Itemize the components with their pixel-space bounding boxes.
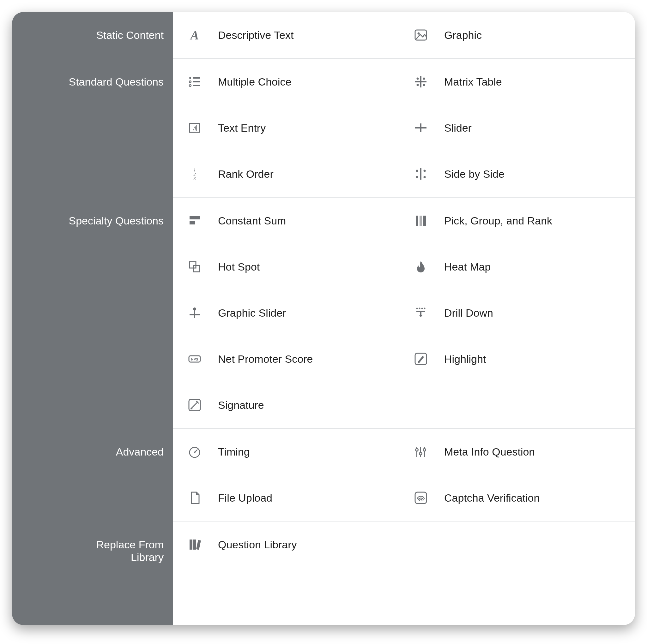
bars-horizontal-icon: [186, 212, 204, 230]
question-type-meta_info[interactable]: Meta Info Question: [406, 429, 629, 475]
category-sidebar: Static ContentStandard QuestionsSpecialt…: [12, 12, 173, 625]
category-label-specialty[interactable]: Specialty Questions: [69, 214, 164, 227]
file-icon: [186, 489, 204, 507]
drill-down-icon: [412, 304, 430, 322]
category-label-standard[interactable]: Standard Questions: [69, 75, 164, 88]
text-cursor-icon: [186, 119, 204, 137]
numbered-list-icon: [186, 165, 204, 183]
question-type-graphic[interactable]: Graphic: [406, 12, 629, 58]
question-type-label: Highlight: [444, 353, 486, 365]
question-type-graphic_slider[interactable]: Graphic Slider: [179, 290, 403, 336]
section-static: Descriptive TextGraphic: [173, 12, 635, 59]
question-type-label: Matrix Table: [444, 76, 502, 88]
question-type-label: Rank Order: [218, 168, 274, 180]
question-type-captcha[interactable]: Captcha Verification: [406, 475, 629, 521]
question-type-list: Descriptive TextGraphicMultiple ChoiceMa…: [173, 12, 635, 625]
question-type-rank_order[interactable]: Rank Order: [179, 151, 403, 197]
question-type-label: Slider: [444, 122, 472, 134]
flame-icon: [412, 258, 430, 275]
question-type-label: Text Entry: [218, 122, 266, 134]
category-label-advanced[interactable]: Advanced: [116, 446, 164, 458]
question-type-drill_down[interactable]: Drill Down: [406, 290, 629, 336]
books-icon: [186, 536, 204, 553]
section-advanced: TimingMeta Info QuestionFile UploadCaptc…: [173, 429, 635, 521]
sliders-vertical-icon: [412, 443, 430, 461]
columns-icon: [412, 212, 430, 230]
section-library: Question Library: [173, 521, 635, 568]
question-type-label: File Upload: [218, 492, 272, 504]
question-type-label: Graphic Slider: [218, 307, 286, 319]
question-type-label: Side by Side: [444, 168, 505, 180]
overlap-squares-icon: [186, 258, 204, 275]
question-type-label: Pick, Group, and Rank: [444, 215, 552, 227]
question-type-label: Question Library: [218, 539, 297, 551]
question-type-label: Meta Info Question: [444, 446, 535, 458]
question-type-heat_map[interactable]: Heat Map: [406, 244, 629, 290]
question-type-timing[interactable]: Timing: [179, 429, 403, 475]
question-type-matrix[interactable]: Matrix Table: [406, 59, 629, 105]
letter-a-icon: [186, 26, 204, 44]
graphic-slider-icon: [186, 304, 204, 322]
question-type-descriptive[interactable]: Descriptive Text: [179, 12, 403, 58]
section-standard: Multiple ChoiceMatrix TableText EntrySli…: [173, 59, 635, 197]
question-type-nps[interactable]: Net Promoter Score: [179, 336, 403, 382]
question-type-text_entry[interactable]: Text Entry: [179, 105, 403, 151]
category-label-library[interactable]: Replace From Library: [96, 538, 164, 564]
section-specialty: Constant SumPick, Group, and RankHot Spo…: [173, 197, 635, 429]
signature-icon: [186, 396, 204, 414]
question-type-pick_group_rank[interactable]: Pick, Group, and Rank: [406, 197, 629, 244]
question-type-highlight[interactable]: Highlight: [406, 336, 629, 382]
question-type-multiple_choice[interactable]: Multiple Choice: [179, 59, 403, 105]
slider-handle-icon: [412, 119, 430, 137]
question-type-constant_sum[interactable]: Constant Sum: [179, 197, 403, 244]
question-type-hot_spot[interactable]: Hot Spot: [179, 244, 403, 290]
question-type-label: Net Promoter Score: [218, 353, 313, 365]
fingerprint-icon: [412, 489, 430, 507]
question-type-label: Graphic: [444, 29, 482, 42]
side-by-side-icon: [412, 165, 430, 183]
question-type-label: Descriptive Text: [218, 29, 293, 42]
question-type-file_upload[interactable]: File Upload: [179, 475, 403, 521]
question-type-label: Captcha Verification: [444, 492, 540, 504]
question-type-label: Heat Map: [444, 261, 491, 273]
question-type-label: Timing: [218, 446, 250, 458]
question-type-signature[interactable]: Signature: [179, 382, 403, 428]
question-type-slider[interactable]: Slider: [406, 105, 629, 151]
question-type-picker-panel: Static ContentStandard QuestionsSpecialt…: [12, 12, 635, 625]
category-label-static[interactable]: Static Content: [96, 29, 164, 42]
image-icon: [412, 26, 430, 44]
bullet-list-icon: [186, 73, 204, 91]
question-type-side_by_side[interactable]: Side by Side: [406, 151, 629, 197]
question-type-question_library[interactable]: Question Library: [179, 521, 403, 568]
question-type-label: Drill Down: [444, 307, 493, 319]
question-type-label: Signature: [218, 399, 264, 411]
question-type-label: Hot Spot: [218, 261, 260, 273]
nps-badge-icon: [186, 350, 204, 368]
highlight-pen-icon: [412, 350, 430, 368]
question-type-label: Constant Sum: [218, 215, 286, 227]
matrix-icon: [412, 73, 430, 91]
stopwatch-icon: [186, 443, 204, 461]
question-type-label: Multiple Choice: [218, 76, 291, 88]
